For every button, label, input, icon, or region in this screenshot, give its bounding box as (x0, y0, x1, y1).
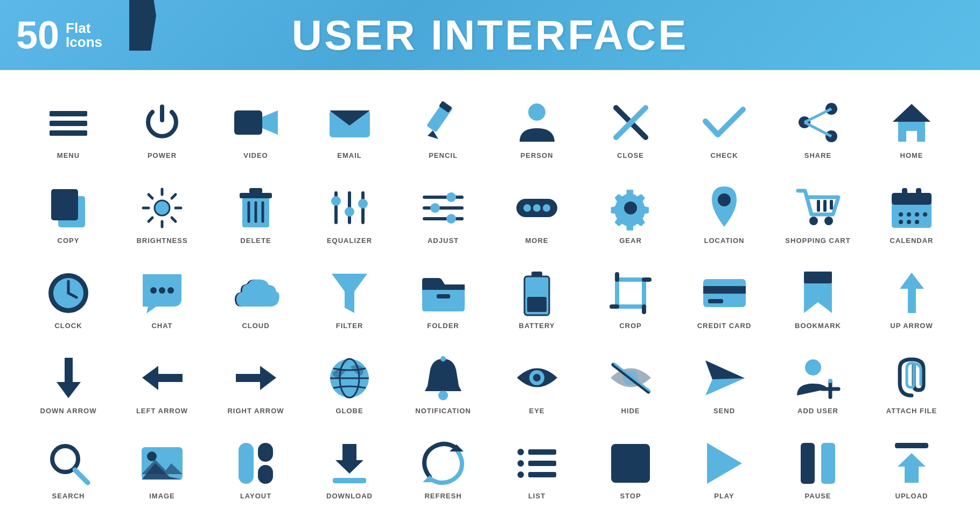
header: 50 Flat Icons USER INTERFACE (0, 0, 980, 70)
svg-rect-63 (892, 193, 932, 205)
eye-icon (513, 354, 561, 402)
crop-label: CROP (619, 322, 642, 330)
svg-marker-0 (129, 0, 156, 51)
svg-point-77 (150, 287, 157, 294)
icon-cell-up-arrow: UP ARROW (865, 256, 958, 342)
svg-point-52 (523, 204, 531, 212)
bookmark-icon (794, 269, 842, 317)
icon-cell-pause: PAUSE (771, 427, 865, 512)
svg-rect-4 (234, 110, 262, 135)
svg-marker-99 (236, 366, 276, 390)
svg-rect-130 (528, 449, 556, 455)
svg-rect-60 (823, 200, 827, 212)
svg-point-44 (358, 199, 368, 209)
svg-rect-64 (902, 188, 907, 198)
icon-cell-more: MORE (490, 171, 584, 256)
icon-cell-filter: FILTER (303, 256, 396, 342)
attach-file-icon (887, 354, 936, 402)
folder-icon (419, 269, 467, 317)
credit-card-label: CREDIT CARD (697, 322, 752, 330)
credit-card-icon (700, 269, 748, 317)
cloud-label: CLOUD (242, 322, 269, 330)
svg-marker-128 (423, 475, 437, 482)
stop-label: STOP (620, 492, 641, 500)
svg-marker-140 (898, 453, 926, 483)
calendar-icon (887, 184, 936, 232)
pencil-label: PENCIL (429, 151, 458, 159)
clock-icon (44, 269, 93, 317)
brightness-icon (138, 184, 186, 232)
icon-cell-left-arrow: LEFT ARROW (115, 342, 209, 427)
svg-marker-97 (57, 358, 81, 398)
menu-label: MENU (57, 151, 80, 159)
delete-label: DELETE (240, 237, 271, 245)
badge-flat-label: Flat (66, 21, 102, 35)
svg-rect-34 (240, 193, 272, 198)
list-icon (513, 439, 561, 488)
svg-rect-123 (258, 443, 273, 462)
play-label: PLAY (714, 492, 734, 500)
svg-point-43 (345, 207, 354, 217)
icon-cell-chat: CHAT (115, 256, 209, 342)
person-icon (513, 99, 561, 147)
icon-cell-cloud: CLOUD (209, 256, 303, 342)
svg-point-133 (517, 471, 524, 478)
adjust-icon (419, 184, 467, 232)
svg-point-78 (159, 287, 165, 294)
home-label: HOME (900, 151, 923, 159)
icon-cell-calendar: CALENDAR (865, 171, 958, 256)
svg-point-49 (430, 203, 440, 213)
icon-cell-send: SEND (677, 342, 771, 427)
power-label: POWER (148, 151, 177, 159)
svg-point-103 (438, 391, 448, 400)
svg-rect-95 (804, 272, 832, 283)
icon-cell-play: PLAY (677, 427, 771, 512)
image-icon (138, 439, 186, 488)
icon-cell-battery: BATTERY (490, 256, 584, 342)
hide-label: HIDE (621, 407, 640, 415)
location-icon (700, 184, 748, 232)
svg-marker-125 (335, 444, 363, 474)
svg-rect-124 (258, 465, 273, 484)
svg-rect-94 (708, 299, 723, 303)
svg-point-55 (624, 202, 637, 214)
svg-line-29 (149, 194, 152, 198)
menu-icon (44, 99, 93, 147)
icon-cell-folder: FOLDER (396, 256, 490, 342)
hide-icon (606, 354, 655, 402)
badge-number: 50 (16, 16, 59, 54)
icon-cell-stop: STOP (584, 427, 677, 512)
svg-rect-2 (50, 121, 87, 126)
crop-icon (606, 269, 655, 317)
icon-cell-list: LIST (490, 427, 584, 512)
svg-rect-3 (50, 130, 87, 136)
svg-marker-136 (707, 443, 742, 484)
svg-point-104 (440, 356, 446, 362)
eye-label: EYE (529, 407, 544, 415)
svg-point-69 (923, 212, 927, 217)
image-label: IMAGE (149, 492, 175, 500)
folder-label: FOLDER (427, 322, 459, 330)
refresh-icon (419, 439, 467, 488)
svg-rect-61 (830, 200, 833, 210)
icon-cell-notification: NOTIFICATION (396, 342, 490, 427)
right-arrow-label: RIGHT ARROW (227, 407, 284, 415)
download-label: DOWNLOAD (326, 492, 373, 500)
gear-label: GEAR (619, 237, 642, 245)
svg-point-131 (517, 460, 524, 467)
icon-cell-image: IMAGE (115, 427, 209, 512)
svg-rect-134 (528, 472, 556, 477)
icon-cell-gear: GEAR (584, 171, 677, 256)
icon-cell-location: LOCATION (677, 171, 771, 256)
search-icon (44, 439, 93, 488)
notification-icon (419, 354, 467, 402)
badge-icons-label: Icons (66, 35, 102, 49)
shopping-cart-icon (794, 184, 842, 232)
svg-rect-81 (422, 284, 465, 290)
svg-point-50 (446, 214, 456, 224)
svg-line-117 (75, 470, 88, 483)
video-icon (232, 99, 280, 147)
video-label: VIDEO (243, 151, 268, 159)
svg-line-17 (804, 109, 831, 122)
down-arrow-label: DOWN ARROW (40, 407, 97, 415)
